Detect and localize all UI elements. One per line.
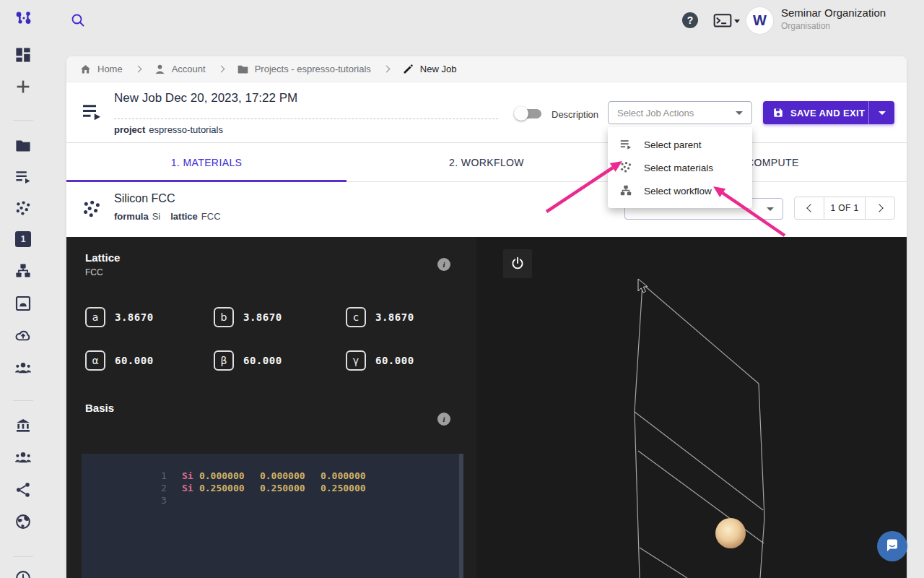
job-title[interactable]: New Job Dec 20, 2023, 17:22 PM bbox=[114, 91, 297, 105]
chevron-right-icon bbox=[383, 66, 390, 73]
description-label: Description bbox=[552, 109, 598, 120]
material-icon bbox=[82, 199, 102, 220]
lattice-subtitle: FCC bbox=[85, 267, 103, 277]
lattice-param-beta: β 60.000 bbox=[214, 350, 282, 371]
material-editor-area: Lattice FCC i a 3.8670 b 3.8670 c 3.8670 bbox=[66, 237, 907, 578]
menu-item-select-parent[interactable]: Select parent bbox=[608, 133, 752, 156]
help-icon[interactable]: ? bbox=[682, 12, 698, 28]
lattice-param-gamma: γ 60.000 bbox=[346, 350, 414, 371]
basis-info-icon[interactable]: i bbox=[437, 413, 450, 426]
breadcrumb-account[interactable]: Account bbox=[154, 63, 206, 75]
top-bar: ? W Seminar Organization Organisation bbox=[0, 0, 924, 40]
app-logo-icon[interactable] bbox=[14, 10, 35, 30]
org-name: Seminar Organization bbox=[781, 7, 886, 19]
search-icon[interactable] bbox=[69, 12, 87, 29]
3d-viewer[interactable] bbox=[476, 237, 907, 578]
left-sidebar: 1 bbox=[0, 40, 46, 578]
next-material-button[interactable] bbox=[865, 197, 895, 220]
power-icon bbox=[510, 256, 526, 272]
pencil-icon bbox=[402, 63, 414, 75]
material-subtitle: formulaSilatticeFCC bbox=[114, 211, 231, 222]
web-icon[interactable] bbox=[14, 513, 32, 530]
title-underline bbox=[114, 118, 498, 119]
institution-icon[interactable] bbox=[14, 417, 32, 434]
materials-icon[interactable] bbox=[14, 200, 32, 217]
materials-bank-icon[interactable]: 1 bbox=[15, 231, 31, 247]
chevron-down-icon bbox=[767, 207, 774, 211]
tab-workflow[interactable]: 2. WORKFLOW bbox=[346, 143, 627, 181]
sidebar-divider bbox=[13, 556, 33, 557]
lattice-basis-panel: Lattice FCC i a 3.8670 b 3.8670 c 3.8670 bbox=[66, 237, 476, 578]
save-options-button[interactable] bbox=[868, 101, 894, 124]
workflows-icon[interactable] bbox=[14, 262, 32, 280]
console-menu-button[interactable] bbox=[713, 13, 740, 29]
chevron-down-icon bbox=[879, 111, 886, 115]
lattice-param-c: c 3.8670 bbox=[346, 307, 414, 327]
chevron-down-icon bbox=[736, 111, 743, 115]
org-block[interactable]: Seminar Organization Organisation bbox=[781, 7, 886, 31]
basis-code-editor[interactable]: 1Si0.0000000.0000000.000000 2Si0.2500000… bbox=[82, 454, 463, 578]
help-glyph: ? bbox=[687, 14, 694, 26]
main-content-card: Home Account Projects - espresso-tutoria… bbox=[66, 56, 907, 578]
description-toggle[interactable] bbox=[514, 105, 544, 121]
project-line: projectespresso-tutorials bbox=[114, 124, 223, 135]
breadcrumb-new-job[interactable]: New Job bbox=[402, 63, 457, 75]
step-tabs: 1. MATERIALS 2. WORKFLOW 3. COMPUTE bbox=[66, 143, 907, 182]
chevron-right-icon bbox=[134, 66, 141, 73]
material-pagination: 1 OF 1 bbox=[794, 197, 895, 220]
jobs-icon bbox=[619, 138, 632, 151]
menu-item-select-workflow[interactable]: Select workflow bbox=[608, 179, 752, 202]
chevron-right-icon bbox=[217, 66, 225, 73]
lattice-title: Lattice bbox=[85, 251, 120, 264]
import-icon[interactable] bbox=[14, 295, 32, 312]
materials-icon bbox=[619, 161, 632, 174]
save-and-exit-button[interactable]: SAVE AND EXIT bbox=[763, 101, 894, 124]
breadcrumb-home[interactable]: Home bbox=[79, 63, 123, 75]
cloud-upload-icon[interactable] bbox=[14, 327, 32, 345]
app-root: ? W Seminar Organization Organisation 1 bbox=[0, 0, 924, 578]
terminal-icon bbox=[713, 13, 732, 29]
breadcrumb: Home Account Projects - espresso-tutoria… bbox=[66, 56, 907, 82]
team-icon[interactable] bbox=[14, 359, 32, 376]
history-icon[interactable] bbox=[14, 569, 32, 578]
breadcrumb-project[interactable]: Projects - espresso-tutorials bbox=[237, 63, 371, 75]
people-icon[interactable] bbox=[14, 449, 32, 466]
chevron-left-icon bbox=[806, 204, 814, 212]
lattice-param-a: a 3.8670 bbox=[85, 307, 154, 327]
share-icon[interactable] bbox=[14, 481, 32, 499]
viewer-power-button[interactable] bbox=[503, 249, 532, 278]
chevron-down-icon bbox=[734, 20, 740, 23]
avatar[interactable]: W bbox=[746, 7, 773, 34]
job-header: New Job Dec 20, 2023, 17:22 PM projectes… bbox=[66, 82, 907, 143]
lattice-param-alpha: α 60.000 bbox=[85, 350, 154, 371]
menu-item-select-materials[interactable]: Select materials bbox=[608, 156, 752, 179]
org-type: Organisation bbox=[781, 21, 886, 31]
chevron-right-icon bbox=[875, 204, 883, 212]
workflow-icon bbox=[619, 184, 632, 197]
material-name: Silicon FCC bbox=[114, 192, 175, 205]
job-actions-select[interactable]: Select Job Actions bbox=[608, 101, 752, 124]
editor-scrollbar[interactable] bbox=[459, 454, 463, 578]
add-icon[interactable] bbox=[14, 78, 32, 95]
job-type-icon bbox=[81, 101, 103, 123]
prev-material-button[interactable] bbox=[794, 197, 824, 220]
home-icon bbox=[79, 63, 92, 75]
lattice-info-icon[interactable]: i bbox=[437, 258, 450, 271]
dashboard-icon[interactable] bbox=[14, 46, 32, 64]
sidebar-divider bbox=[13, 400, 33, 401]
person-icon bbox=[154, 63, 166, 75]
pagination-count: 1 OF 1 bbox=[824, 197, 865, 220]
save-icon bbox=[772, 107, 784, 118]
projects-folder-icon[interactable] bbox=[14, 137, 32, 154]
material-header-row: Silicon FCC formulaSilatticeFCC 1 OF 1 bbox=[66, 182, 907, 237]
code-line: 1Si0.0000000.0000000.000000 bbox=[82, 457, 463, 470]
job-actions-menu: Select parent Select materials Select wo… bbox=[608, 127, 752, 208]
basis-title: Basis bbox=[85, 402, 114, 414]
sidebar-divider bbox=[13, 120, 33, 121]
tab-materials[interactable]: 1. MATERIALS bbox=[66, 143, 346, 181]
chat-launcher[interactable] bbox=[877, 531, 907, 561]
jobs-icon[interactable] bbox=[14, 168, 32, 186]
lattice-param-b: b 3.8670 bbox=[214, 307, 282, 327]
chat-icon bbox=[884, 538, 901, 555]
folder-icon bbox=[237, 63, 249, 75]
